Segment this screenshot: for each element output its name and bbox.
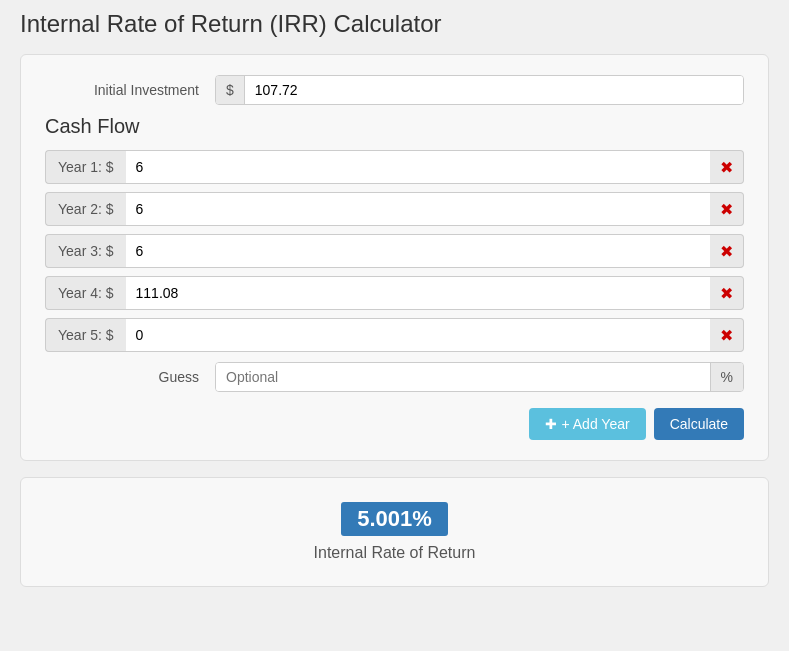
page-title: Internal Rate of Return (IRR) Calculator xyxy=(20,10,769,38)
year-3-label: Year 3: $ xyxy=(45,234,126,268)
add-year-label: + Add Year xyxy=(561,416,629,432)
year-2-input[interactable] xyxy=(126,192,710,226)
year-1-label: Year 1: $ xyxy=(45,150,126,184)
result-card: 5.001% Internal Rate of Return xyxy=(20,477,769,587)
calculator-card: Initial Investment $ Cash Flow Year 1: $… xyxy=(20,54,769,461)
initial-investment-row: Initial Investment $ xyxy=(45,75,744,105)
initial-investment-input[interactable] xyxy=(245,76,743,104)
year-5-remove-button[interactable]: ✖ xyxy=(710,318,744,352)
year-row-5: Year 5: $ ✖ xyxy=(45,318,744,352)
guess-input-group: % xyxy=(215,362,744,392)
cash-flow-title: Cash Flow xyxy=(45,115,744,138)
year-2-label: Year 2: $ xyxy=(45,192,126,226)
year-5-label: Year 5: $ xyxy=(45,318,126,352)
add-year-button[interactable]: ✚ + Add Year xyxy=(529,408,645,440)
year-4-remove-button[interactable]: ✖ xyxy=(710,276,744,310)
initial-investment-prefix: $ xyxy=(216,76,245,104)
year-4-label: Year 4: $ xyxy=(45,276,126,310)
irr-label: Internal Rate of Return xyxy=(45,544,744,562)
year-row-4: Year 4: $ ✖ xyxy=(45,276,744,310)
guess-label: Guess xyxy=(45,369,215,385)
initial-investment-label: Initial Investment xyxy=(45,82,215,98)
year-3-input[interactable] xyxy=(126,234,710,268)
year-4-input[interactable] xyxy=(126,276,710,310)
year-row-1: Year 1: $ ✖ xyxy=(45,150,744,184)
plus-icon: ✚ xyxy=(545,416,557,432)
year-row-2: Year 2: $ ✖ xyxy=(45,192,744,226)
year-1-input[interactable] xyxy=(126,150,710,184)
initial-investment-input-group: $ xyxy=(215,75,744,105)
calculate-button[interactable]: Calculate xyxy=(654,408,744,440)
guess-suffix: % xyxy=(710,363,743,391)
guess-input[interactable] xyxy=(216,363,710,391)
year-5-input[interactable] xyxy=(126,318,710,352)
irr-value: 5.001% xyxy=(341,502,448,536)
button-row: ✚ + Add Year Calculate xyxy=(45,408,744,440)
year-3-remove-button[interactable]: ✖ xyxy=(710,234,744,268)
year-1-remove-button[interactable]: ✖ xyxy=(710,150,744,184)
year-2-remove-button[interactable]: ✖ xyxy=(710,192,744,226)
cash-flow-section: Cash Flow Year 1: $ ✖ Year 2: $ ✖ Year 3… xyxy=(45,115,744,352)
guess-row: Guess % xyxy=(45,362,744,392)
year-row-3: Year 3: $ ✖ xyxy=(45,234,744,268)
